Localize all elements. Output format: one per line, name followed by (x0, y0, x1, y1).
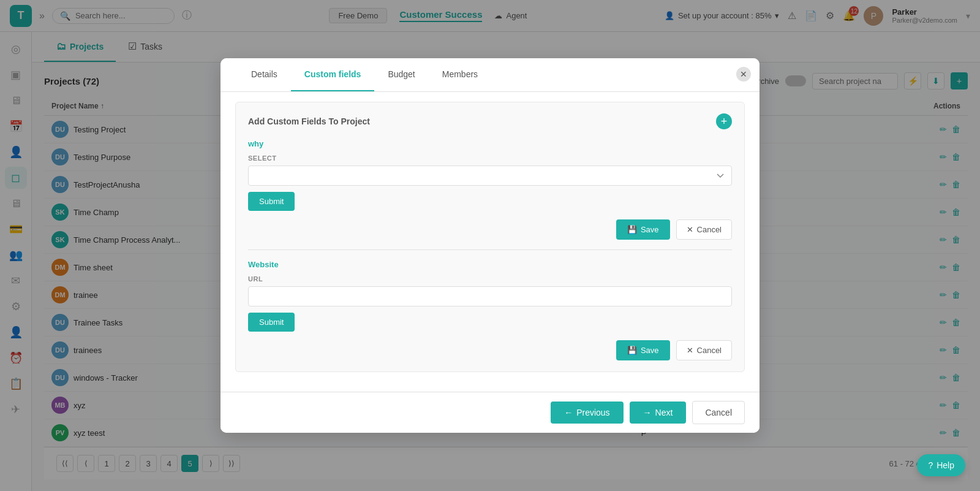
field-website-type-label: URL (248, 275, 732, 283)
modal-body: Add Custom Fields To Project + why SELEC… (221, 92, 760, 392)
modal-overlay: ✕ Details Custom fields Budget Members A… (0, 0, 980, 491)
footer-cancel-btn[interactable]: Cancel (692, 401, 745, 424)
field-website-actions: 💾 Save ✕ Cancel (248, 340, 732, 360)
modal-tab-details[interactable]: Details (238, 58, 291, 91)
modal-tab-budget[interactable]: Budget (374, 58, 428, 91)
cancel-x-icon-2: ✕ (687, 346, 693, 355)
add-section-title: Add Custom Fields To Project (248, 116, 370, 126)
modal-tabs: Details Custom fields Budget Members (221, 58, 760, 92)
modal-footer: ← Previous → Next Cancel (221, 392, 760, 433)
field-why-select[interactable]: Option 1 Option 2 (248, 166, 732, 186)
field-why-submit-btn[interactable]: Submit (248, 192, 295, 211)
modal-close-btn[interactable]: ✕ (736, 67, 751, 82)
field-why-cancel-btn[interactable]: ✕ Cancel (676, 219, 732, 240)
arrow-right-icon: → (643, 408, 652, 417)
field-website-cancel-btn[interactable]: ✕ Cancel (676, 340, 732, 360)
add-custom-fields-section: Add Custom Fields To Project + why SELEC… (235, 102, 745, 372)
cancel-x-icon: ✕ (687, 225, 693, 234)
save-icon-2: 💾 (627, 346, 637, 355)
add-field-btn[interactable]: + (716, 113, 732, 129)
save-icon: 💾 (627, 225, 637, 234)
field-why-label: why (248, 139, 732, 148)
arrow-left-icon: ← (564, 408, 573, 417)
custom-field-why: why SELECT Option 1 Option 2 Submit 💾 Sa… (248, 139, 732, 240)
custom-field-website: Website URL Submit 💾 Save ✕ Cancel (248, 260, 732, 360)
field-why-save-btn[interactable]: 💾 Save (616, 219, 670, 240)
field-website-submit-btn[interactable]: Submit (248, 313, 295, 332)
field-website-input[interactable] (248, 286, 732, 306)
next-btn[interactable]: → Next (630, 402, 687, 424)
modal-tab-members[interactable]: Members (429, 58, 491, 91)
field-website-save-btn[interactable]: 💾 Save (616, 340, 670, 360)
add-section-header: Add Custom Fields To Project + (248, 113, 732, 129)
modal-tab-custom-fields[interactable]: Custom fields (291, 58, 375, 91)
previous-btn[interactable]: ← Previous (551, 402, 623, 424)
field-why-actions: 💾 Save ✕ Cancel (248, 219, 732, 240)
help-icon: ? (928, 460, 933, 470)
custom-fields-modal: ✕ Details Custom fields Budget Members A… (221, 58, 760, 433)
field-website-label: Website (248, 260, 732, 269)
field-why-type-label: SELECT (248, 154, 732, 162)
help-button[interactable]: ? Help (917, 454, 965, 476)
fields-divider (248, 249, 732, 250)
